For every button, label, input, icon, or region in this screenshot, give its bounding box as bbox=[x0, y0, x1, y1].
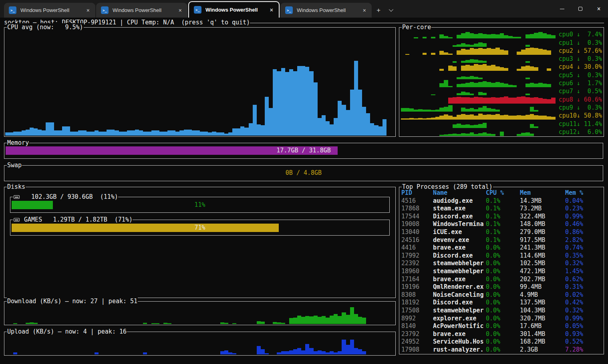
history-bar bbox=[483, 81, 487, 87]
history-bar bbox=[289, 350, 293, 355]
tab-close-icon[interactable]: × bbox=[85, 7, 91, 14]
history-bar bbox=[500, 67, 504, 71]
cpu12-label: cpu12↓ 6.0% bbox=[556, 128, 602, 136]
process-row: 8992explorer.exe0.0%320.7MB0.99% bbox=[401, 315, 603, 323]
history-bar bbox=[418, 118, 423, 120]
history-bar bbox=[474, 97, 478, 104]
history-bar bbox=[155, 323, 159, 324]
core-row-cpu9: cpu9 ↓ 0.3% bbox=[401, 104, 602, 112]
history-bar bbox=[478, 65, 483, 71]
maximize-button[interactable] bbox=[571, 0, 590, 18]
tab-label: Windows PowerShell bbox=[205, 7, 258, 13]
process-row: 17992Discord.exe0.0%114.6MB0.35% bbox=[401, 252, 603, 260]
disk-c-meter: 11% bbox=[12, 201, 388, 209]
history-bar bbox=[470, 76, 474, 79]
history-bar bbox=[143, 132, 147, 136]
minimize-button[interactable] bbox=[553, 0, 571, 18]
column-header-mem[interactable]: Mem bbox=[520, 189, 565, 197]
new-tab-button[interactable]: + bbox=[372, 3, 385, 17]
column-header-mem-[interactable]: Mem % bbox=[565, 189, 603, 197]
swap-usage-label: 0B / 4.8GB bbox=[6, 169, 602, 177]
column-header-cpu-[interactable]: CPU % bbox=[486, 189, 520, 197]
history-bar bbox=[525, 97, 530, 103]
history-bar bbox=[448, 134, 453, 136]
history-bar bbox=[374, 125, 378, 136]
process-name: AcPowerNotific bbox=[433, 322, 486, 330]
process-pid: 23792 bbox=[401, 330, 433, 338]
history-bar bbox=[277, 71, 281, 136]
history-bar bbox=[448, 116, 453, 120]
process-mem-percent: 0.23% bbox=[565, 205, 603, 213]
history-bar bbox=[461, 43, 465, 47]
tab-windows-powershell-2[interactable]: >_Windows PowerShell× bbox=[96, 3, 187, 18]
history-bar bbox=[513, 116, 517, 120]
tab-windows-powershell-3[interactable]: >_Windows PowerShell× bbox=[188, 1, 280, 18]
history-bar bbox=[265, 353, 269, 354]
column-header-pid[interactable]: PID bbox=[401, 189, 433, 197]
history-bar bbox=[269, 108, 273, 136]
process-pid: 8140 bbox=[401, 322, 433, 330]
tab-dropdown-button[interactable] bbox=[385, 3, 397, 17]
history-bar bbox=[521, 133, 525, 136]
history-bar bbox=[13, 132, 17, 136]
history-bar bbox=[474, 44, 478, 46]
history-bar bbox=[224, 350, 228, 355]
cpu5-history-chart bbox=[401, 72, 556, 79]
history-bar bbox=[289, 318, 293, 324]
history-bar bbox=[305, 344, 309, 354]
history-bar bbox=[483, 132, 487, 136]
process-name: brave.exe bbox=[433, 330, 486, 338]
history-bar bbox=[495, 48, 500, 55]
process-mem: 4.9MB bbox=[520, 291, 565, 299]
history-bar bbox=[163, 132, 167, 136]
history-bar bbox=[525, 94, 530, 96]
process-mem-percent: 0.93% bbox=[565, 330, 603, 338]
process-mem: 99.4MB bbox=[520, 283, 565, 291]
history-bar bbox=[5, 132, 9, 136]
process-cpu-percent: 0.0% bbox=[486, 346, 520, 354]
process-mem-percent: 0.05% bbox=[565, 322, 603, 330]
history-bar bbox=[301, 66, 305, 136]
history-bar bbox=[453, 66, 457, 71]
process-mem-percent: 0.74% bbox=[565, 244, 603, 252]
column-header-name[interactable]: Name bbox=[433, 189, 486, 197]
history-bar bbox=[483, 64, 487, 71]
close-button[interactable]: × bbox=[590, 0, 608, 18]
disk-c-title: 102.3GB / 930.6GB (11%) bbox=[20, 193, 118, 201]
history-bar bbox=[107, 130, 111, 136]
process-mem-percent: 0.99% bbox=[565, 315, 603, 323]
cpu11-label: cpu11↓ 11.4% bbox=[556, 120, 602, 128]
history-bar bbox=[538, 49, 543, 55]
cpu0-history-chart bbox=[401, 31, 556, 38]
process-row: 24516devenv.exe0.1%917.5MB2.82% bbox=[401, 236, 603, 244]
tab-windows-powershell-1[interactable]: >_Windows PowerShell× bbox=[4, 3, 95, 18]
cpu6-history-chart bbox=[401, 80, 556, 87]
history-bar bbox=[474, 83, 478, 87]
history-bar bbox=[444, 134, 448, 136]
history-bar bbox=[401, 118, 405, 120]
tab-windows-powershell-4[interactable]: >_Windows PowerShell× bbox=[280, 3, 372, 18]
history-bar bbox=[208, 132, 212, 136]
powershell-icon: >_ bbox=[285, 6, 293, 14]
memory-title: Memory bbox=[7, 139, 29, 147]
history-bar bbox=[504, 96, 508, 104]
app-title-line: socktop — host: DESKTOP-9P19121 | CPU Te… bbox=[4, 18, 604, 27]
history-bar bbox=[504, 115, 508, 120]
history-bar bbox=[261, 125, 265, 136]
cpu0-label: cpu0 ↓ 7.4% bbox=[556, 31, 602, 38]
history-bar bbox=[414, 110, 418, 112]
process-pid: 24952 bbox=[401, 338, 433, 346]
terminal-content[interactable]: socktop — host: DESKTOP-9P19121 | CPU Te… bbox=[0, 18, 608, 364]
process-mem: 917.5MB bbox=[520, 236, 565, 244]
swap-meter: 0B / 4.8GB bbox=[6, 169, 602, 177]
cpu7-label: cpu7 ↓ 0.5% bbox=[556, 88, 602, 95]
process-cpu-percent: 0.1% bbox=[486, 236, 520, 244]
tab-close-icon[interactable]: × bbox=[361, 7, 368, 14]
tab-close-icon[interactable]: × bbox=[268, 7, 275, 13]
history-bar bbox=[538, 83, 543, 87]
process-table-header: PIDNameCPU %MemMem % bbox=[401, 189, 603, 197]
tab-close-icon[interactable]: × bbox=[177, 7, 183, 14]
process-mem: 241.3MB bbox=[520, 244, 565, 252]
cpu-avg-title: CPU avg (now: 9.5%) bbox=[7, 23, 84, 32]
history-bar bbox=[257, 346, 261, 354]
